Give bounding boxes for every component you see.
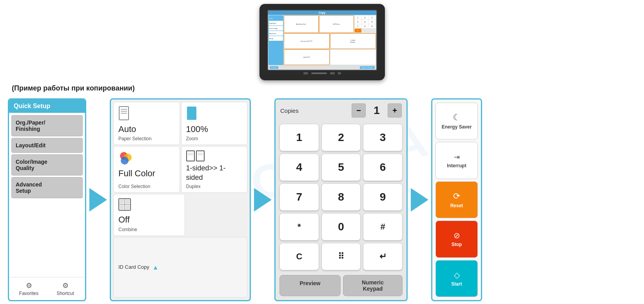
empty-cell bbox=[186, 194, 248, 235]
interrupt-button[interactable]: ⇥ Interrupt bbox=[435, 142, 478, 179]
id-card-copy-button[interactable]: ID Card Copy ▲ bbox=[113, 237, 247, 298]
numpad-0[interactable]: 0 bbox=[321, 213, 361, 241]
numpad-9[interactable]: 9 bbox=[363, 183, 403, 211]
numpad-hash[interactable]: # bbox=[363, 213, 403, 241]
favorites-button[interactable]: ⚙ Favorites bbox=[11, 280, 46, 298]
combine-value: Off bbox=[118, 215, 180, 225]
start-label: Start bbox=[451, 281, 462, 287]
copy-options-grid: Auto Paper Selection 100% Zoom bbox=[111, 100, 250, 300]
numpad-5[interactable]: 5 bbox=[321, 154, 361, 181]
shortcut-icon: ⚙ bbox=[62, 281, 69, 290]
favorites-icon: ⚙ bbox=[26, 281, 32, 290]
reset-label: Reset bbox=[450, 203, 463, 208]
id-card-label: ID Card Copy bbox=[118, 264, 149, 271]
svg-rect-8 bbox=[187, 151, 194, 161]
sidebar-item-color-image[interactable]: Color/Image Quality bbox=[11, 154, 83, 176]
arrow-right-1 bbox=[89, 188, 107, 212]
zoom-label: Zoom bbox=[186, 134, 243, 141]
paper-selection-label: Paper Selection bbox=[118, 134, 175, 141]
copies-plus-button[interactable]: + bbox=[388, 103, 402, 118]
copies-minus-button[interactable]: − bbox=[352, 103, 366, 118]
duplex-label: Duplex bbox=[186, 182, 243, 189]
screen-sidebar-item: Org/Paper bbox=[269, 21, 283, 25]
screen-sidebar-item: Copy bbox=[269, 16, 283, 20]
numeric-keypad-button[interactable]: Numeric Keypad bbox=[343, 275, 403, 296]
numpad-enter[interactable]: ↵ bbox=[363, 243, 403, 270]
color-selection-value: Full Color bbox=[118, 168, 175, 179]
screen-cell: AutoPaper Select bbox=[284, 15, 319, 33]
copy-options-row-3: Off Combine bbox=[113, 194, 247, 235]
start-button[interactable]: ◇ Start bbox=[435, 260, 478, 297]
copies-value: 1 bbox=[369, 104, 385, 117]
arrow-1 bbox=[86, 98, 110, 301]
quick-setup-header: Quick Setup bbox=[9, 100, 85, 113]
sidebar-item-layout[interactable]: Layout/Edit bbox=[11, 138, 83, 153]
screen-sidebar-item: Setup bbox=[269, 36, 283, 41]
numpad-clear[interactable]: C bbox=[279, 243, 319, 270]
screen-cell bbox=[330, 49, 376, 65]
quick-setup-items: Org./Paper/ Finishing Layout/Edit Color/… bbox=[9, 113, 85, 277]
paper-selection-button[interactable]: Auto Paper Selection bbox=[113, 102, 180, 145]
paper-icon bbox=[118, 106, 175, 122]
svg-rect-11 bbox=[196, 151, 204, 161]
device-preview: Copy Copy Org/Paper Color Image Advanced… bbox=[0, 0, 644, 80]
energy-saver-icon: ☾ bbox=[453, 112, 461, 123]
copy-options-row-2: Full Color Color Selection bbox=[113, 146, 247, 193]
panel-copy-options: Auto Paper Selection 100% Zoom bbox=[110, 98, 251, 301]
duplex-button[interactable]: 1-sided>> 1-sided Duplex bbox=[181, 146, 248, 193]
zoom-icon bbox=[186, 106, 243, 122]
caption: (Пример работы при копировании) bbox=[0, 84, 644, 92]
combine-label: Combine bbox=[118, 225, 180, 232]
reset-button[interactable]: ⟳ Reset bbox=[435, 181, 478, 218]
svg-rect-20 bbox=[125, 205, 130, 210]
energy-saver-button[interactable]: ☾ Energy Saver bbox=[435, 103, 478, 139]
screen-cell: OffCombine bbox=[284, 49, 330, 65]
device-screen: Copy Copy Org/Paper Color Image Advanced… bbox=[267, 10, 377, 71]
panel-actions: ☾ Energy Saver ⇥ Interrupt ⟳ Reset ⊘ Sto… bbox=[431, 98, 482, 301]
svg-rect-19 bbox=[120, 205, 124, 210]
id-card-arrow-icon: ▲ bbox=[152, 264, 159, 271]
duplex-value: 1-sided>> 1-sided bbox=[186, 164, 243, 182]
arrow-2 bbox=[251, 98, 274, 301]
color-selection-button[interactable]: Full Color Color Selection bbox=[113, 146, 180, 193]
svg-rect-18 bbox=[125, 199, 130, 204]
stop-icon: ⊘ bbox=[454, 231, 460, 240]
combine-button[interactable]: Off Combine bbox=[113, 194, 185, 235]
svg-point-7 bbox=[121, 157, 129, 165]
numpad-apps[interactable]: ⠿ bbox=[321, 243, 361, 270]
quick-setup-footer: ⚙ Favorites ⚙ Shortcut bbox=[9, 277, 85, 300]
stop-button[interactable]: ⊘ Stop bbox=[435, 221, 478, 257]
arrow-right-3 bbox=[411, 188, 428, 212]
shortcut-button[interactable]: ⚙ Shortcut bbox=[48, 280, 83, 298]
svg-rect-17 bbox=[120, 199, 124, 204]
numpad-4[interactable]: 4 bbox=[279, 154, 319, 181]
panel-quick-setup: Quick Setup Org./Paper/ Finishing Layout… bbox=[8, 98, 86, 301]
screen-sidebar-item: Color Image bbox=[269, 26, 283, 31]
svg-rect-4 bbox=[187, 107, 196, 120]
preview-button[interactable]: Preview bbox=[279, 275, 341, 296]
copies-label: Copies bbox=[280, 107, 348, 114]
numpad-1[interactable]: 1 bbox=[279, 124, 319, 151]
favorites-label: Favorites bbox=[19, 291, 38, 296]
sidebar-item-org-paper[interactable]: Org./Paper/ Finishing bbox=[11, 115, 83, 136]
numpad-7[interactable]: 7 bbox=[279, 183, 319, 211]
arrow-right-2 bbox=[254, 188, 272, 212]
energy-saver-label: Energy Saver bbox=[442, 124, 472, 130]
stop-label: Stop bbox=[452, 242, 462, 247]
numpad-grid: 1 2 3 4 5 6 7 8 9 * 0 # C ⠿ ↵ bbox=[276, 121, 406, 273]
screen-numpad: 123 456 789 ↵ bbox=[354, 15, 376, 33]
combine-icon bbox=[118, 198, 180, 212]
interrupt-icon: ⇥ bbox=[454, 153, 460, 161]
numpad-6[interactable]: 6 bbox=[363, 154, 403, 181]
duplex-icon bbox=[186, 150, 243, 161]
numpad-3[interactable]: 3 bbox=[363, 124, 403, 151]
numpad-asterisk[interactable]: * bbox=[279, 213, 319, 241]
numpad-2[interactable]: 2 bbox=[321, 124, 361, 151]
zoom-button[interactable]: 100% Zoom bbox=[181, 102, 248, 145]
sidebar-item-advanced-setup[interactable]: Advanced Setup bbox=[11, 177, 83, 198]
numpad-8[interactable]: 8 bbox=[321, 183, 361, 211]
copies-header: Copies − 1 + bbox=[276, 100, 406, 121]
reset-icon: ⟳ bbox=[453, 191, 460, 201]
device-frame: Copy Copy Org/Paper Color Image Advanced… bbox=[259, 4, 385, 80]
shortcut-label: Shortcut bbox=[56, 291, 74, 296]
